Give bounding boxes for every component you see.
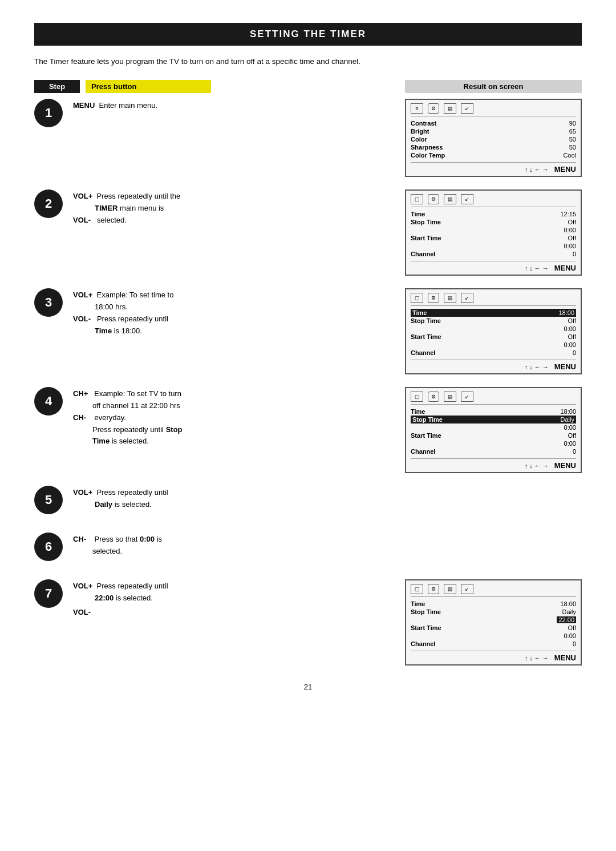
tv-row-starttime4: Start Time Off [411, 431, 576, 439]
col-press-header: Press button [86, 80, 211, 93]
arrow-left-icon-3: ← [534, 364, 541, 370]
arrow-right-icon-7: → [542, 655, 549, 662]
tv-icon-settings: ⚙ [428, 103, 439, 114]
tv-row-starttime2-sub: 0:00 [411, 242, 576, 250]
tv-label-channel4: Channel [411, 448, 435, 455]
tv-row-stoptime3-sub: 0:00 [411, 325, 576, 333]
step-instructions-3: VOL+ Example: To set time to 18:00 hrs. … [73, 288, 290, 337]
page-number: 21 [34, 683, 582, 691]
tv-value-color: 50 [569, 136, 576, 143]
tv-value-stoptime7-daily: Daily [562, 608, 576, 615]
tv-nav-arrows-1: ↑ ↓ ← → [525, 166, 549, 173]
tv-value-time3: 18:00 [558, 309, 574, 316]
arrow-up-icon-2: ↑ [525, 265, 528, 272]
step-number-7: 7 [34, 579, 63, 608]
tv-value-starttime3-sub: 0:00 [564, 341, 576, 348]
tv-value-stoptime3: Off [568, 317, 576, 324]
tv-value-time4: 18:00 [560, 408, 576, 415]
tv-top-icons-2: ▢ ⚙ ▤ ↙ [411, 194, 576, 207]
tv-icon-input: ↙ [461, 103, 473, 114]
step-instructions-7: VOL+ Press repeatedly until 22:00 is sel… [73, 579, 290, 618]
arrow-up-icon-3: ↑ [525, 364, 528, 370]
tv-label-time4: Time [411, 408, 425, 415]
tv-value-starttime7: Off [568, 624, 576, 631]
tv-value-stoptime2-sub: 0:00 [564, 227, 576, 233]
step-instructions-5: VOL+ Press repeatedly until Daily is sel… [73, 486, 290, 511]
tv-menu-label-2: MENU [554, 264, 576, 272]
arrow-right-icon-3: → [542, 364, 549, 370]
arrow-down-icon: ↓ [529, 166, 533, 173]
tv-menu-label-1: MENU [554, 165, 576, 174]
tv-icon-screen3: ▤ [444, 293, 456, 303]
tv-screen-3: ▢ ⚙ ▤ ↙ Time 18:00 Stop Time Off 0:00 St… [405, 288, 582, 374]
tv-row-starttime3: Start Time Off [411, 333, 576, 341]
tv-label-time7: Time [411, 600, 425, 607]
step-row-1: 1 MENU Enter main menu. ≡ ⚙ ▤ ↙ Contrast… [34, 99, 582, 177]
tv-row-contrast: Contrast 90 [411, 119, 576, 127]
tv-value-channel7: 0 [573, 640, 576, 647]
tv-row-starttime4-sub: 0:00 [411, 439, 576, 447]
tv-value-starttime2-sub: 0:00 [564, 243, 576, 249]
tv-value-colortemp: Cool [563, 152, 576, 159]
tv-icon-tv4: ▢ [411, 392, 423, 402]
tv-row-stoptime4: Stop Time Daily [411, 416, 576, 424]
tv-menu-label-7: MENU [554, 654, 576, 662]
step-row-6: 6 CH- Press so that 0:00 is selected. [34, 533, 582, 567]
tv-label-contrast: Contrast [411, 120, 436, 127]
tv-row-time7: Time 18:00 [411, 600, 576, 608]
tv-row-color: Color 50 [411, 135, 576, 143]
tv-row-sharpness: Sharpness 50 [411, 143, 576, 151]
arrow-right-icon-4: → [542, 462, 549, 469]
arrow-down-icon-3: ↓ [529, 364, 533, 370]
tv-row-starttime2: Start Time Off [411, 234, 576, 242]
tv-label-bright: Bright [411, 128, 429, 135]
step-result-2: ▢ ⚙ ▤ ↙ Time 12:15 Stop Time Off 0:00 St… [405, 189, 582, 276]
tv-nav-2: ↑ ↓ ← → MENU [411, 261, 576, 272]
step-row-5: 5 VOL+ Press repeatedly until Daily is s… [34, 486, 582, 520]
tv-icon-screen7: ▤ [444, 584, 456, 594]
tv-menu-label-4: MENU [554, 461, 576, 470]
tv-icon-screen: ▤ [444, 103, 456, 114]
tv-icon-screen4: ▤ [444, 392, 456, 402]
tv-icon-tv2: ▢ [411, 194, 423, 204]
arrow-down-icon-2: ↓ [529, 265, 533, 272]
tv-label-time2: Time [411, 211, 425, 217]
tv-icon-settings2: ⚙ [428, 194, 439, 204]
tv-row-stoptime3: Stop Time Off [411, 317, 576, 325]
tv-label-channel2: Channel [411, 251, 435, 257]
tv-icon-settings4: ⚙ [428, 392, 439, 402]
tv-top-icons-7: ▢ ⚙ ▤ ↙ [411, 584, 576, 597]
tv-row-stoptime7-sub: 22:00 [411, 616, 576, 624]
tv-icon-settings3: ⚙ [428, 293, 439, 303]
tv-value-bright: 65 [569, 128, 576, 135]
tv-value-contrast: 90 [569, 120, 576, 127]
tv-label-starttime4: Start Time [411, 432, 441, 439]
tv-value-starttime2: Off [568, 235, 576, 241]
step-number-5: 5 [34, 486, 63, 514]
intro-text: The Timer feature lets you program the T… [34, 56, 582, 67]
arrow-left-icon-4: ← [534, 462, 541, 469]
tv-icon-input2: ↙ [461, 194, 473, 204]
tv-icon-tv3: ▢ [411, 293, 423, 303]
step-row-3: 3 VOL+ Example: To set time to 18:00 hrs… [34, 288, 582, 374]
tv-nav-4: ↑ ↓ ← → MENU [411, 458, 576, 470]
tv-icon-input3: ↙ [461, 293, 473, 303]
tv-nav-7: ↑ ↓ ← → MENU [411, 651, 576, 662]
step-result-1: ≡ ⚙ ▤ ↙ Contrast 90 Bright 65 Color 50 S… [405, 99, 582, 177]
arrow-up-icon: ↑ [525, 166, 528, 173]
arrow-right-icon-2: → [542, 265, 549, 272]
tv-value-channel2: 0 [573, 251, 576, 257]
tv-label-time3: Time [412, 309, 427, 316]
arrow-up-icon-4: ↑ [525, 462, 528, 469]
tv-row-bright: Bright 65 [411, 127, 576, 135]
tv-label-color: Color [411, 136, 427, 143]
tv-value-sharpness: 50 [569, 144, 576, 151]
tv-label-stoptime3: Stop Time [411, 317, 441, 324]
tv-icon-tv7: ▢ [411, 584, 423, 594]
step-instructions-6: CH- Press so that 0:00 is selected. [73, 533, 290, 558]
tv-value-stoptime4-sub: 0:00 [564, 424, 576, 431]
step-row-2: 2 VOL+ Press repeatedly until the TIMER … [34, 189, 582, 276]
step-number-6: 6 [34, 533, 63, 561]
tv-top-icons-4: ▢ ⚙ ▤ ↙ [411, 392, 576, 405]
tv-value-starttime3: Off [568, 333, 576, 340]
